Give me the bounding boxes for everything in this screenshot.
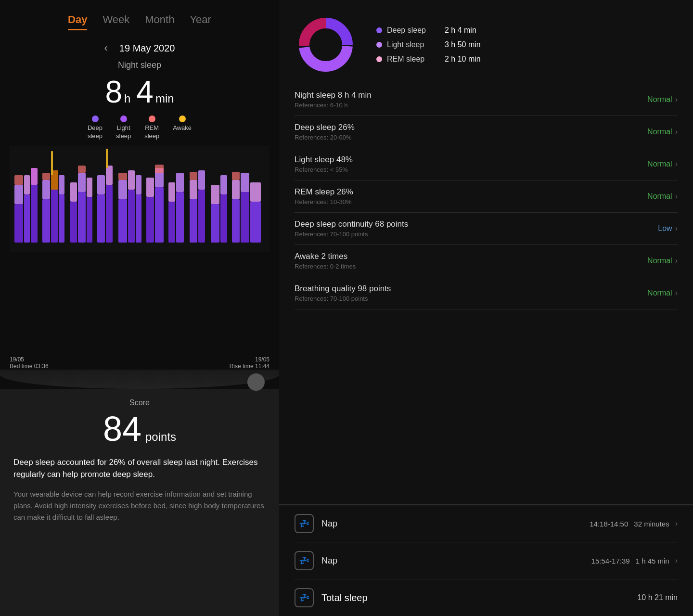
total-row: 💤 Total sleep 10 h 21 min — [295, 579, 678, 616]
right-panel: Deep sleep 2 h 4 min Light sleep 3 h 50 … — [279, 0, 693, 616]
sleep-hours: 8 — [105, 74, 122, 110]
chart-legend: Deepsleep Lightsleep REMsleep Awake — [0, 112, 279, 146]
rise-time-label: 19/05 Rise time 11:44 — [230, 356, 270, 370]
svg-rect-42 — [146, 178, 154, 197]
sleep-duration: 8 h 4 min — [0, 70, 279, 112]
rem-sleep-label: REMsleep — [144, 124, 159, 141]
svg-rect-46 — [190, 180, 197, 199]
metric-light-info: Light sleep 48% References: < 55% — [295, 155, 353, 173]
metric-breathing[interactable]: Breathing quality 98 points References: … — [295, 277, 678, 309]
continuity-status: Low — [658, 224, 672, 233]
metric-rem-sleep[interactable]: REM sleep 26% References: 10-30% Normal … — [295, 180, 678, 213]
nap-1-right: 14:18-14:50 32 minutes › — [590, 519, 678, 528]
metric-breathing-title: Breathing quality 98 points — [295, 284, 391, 294]
metric-light-status: Normal › — [647, 160, 678, 168]
metric-night-ref: References: 6-10 h — [295, 102, 372, 109]
nap-2-duration: 1 h 45 min — [636, 557, 669, 565]
nap-1-left: 💤 Nap — [295, 514, 337, 533]
svg-rect-36 — [97, 175, 105, 194]
metric-deep-continuity[interactable]: Deep sleep continuity 68 points Referenc… — [295, 213, 678, 245]
tab-day[interactable]: Day — [68, 13, 87, 30]
legend-deep-sleep: Deepsleep — [88, 116, 103, 141]
svg-rect-39 — [118, 180, 127, 199]
donut-svg — [295, 13, 357, 76]
light-sleep-status: Normal — [647, 160, 672, 168]
svg-rect-9 — [87, 197, 92, 243]
awake-dot — [179, 116, 186, 122]
metric-light-title: Light sleep 48% — [295, 155, 353, 165]
nap-row-1[interactable]: 💤 Nap 14:18-14:50 32 minutes › — [295, 505, 678, 542]
nap-row-2[interactable]: 💤 Nap 15:54-17:39 1 h 45 min › — [295, 542, 678, 579]
metric-light-sleep[interactable]: Light sleep 48% References: < 55% Normal… — [295, 148, 678, 180]
date-display: 19 May 2020 — [119, 43, 175, 54]
metric-awake-status: Normal › — [647, 257, 678, 265]
metric-continuity-title: Deep sleep continuity 68 points — [295, 219, 408, 229]
svg-rect-17 — [168, 202, 175, 243]
min-label: min — [155, 92, 174, 105]
metric-night-status: Normal › — [647, 95, 678, 104]
svg-rect-2 — [24, 194, 30, 243]
metric-deep-sleep[interactable]: Deep sleep 26% References: 20-60% Normal… — [295, 116, 678, 148]
tab-month[interactable]: Month — [145, 13, 174, 30]
tabs-container: Day Week Month Year — [0, 0, 279, 38]
svg-rect-59 — [232, 172, 240, 180]
nap-1-chevron: › — [675, 519, 678, 528]
metric-night-info: Night sleep 8 h 4 min References: 6-10 h — [295, 90, 372, 109]
metric-light-ref: References: < 55% — [295, 166, 353, 173]
metric-deep-status: Normal › — [647, 128, 678, 136]
metric-deep-title: Deep sleep 26% — [295, 123, 355, 132]
svg-rect-25 — [250, 202, 261, 243]
metric-rem-info: REM sleep 26% References: 10-30% — [295, 187, 353, 205]
bottom-section: Score 84 points Deep sleep accounted for… — [0, 389, 279, 616]
rem-sleep-status: Normal — [647, 192, 672, 201]
metric-breathing-status: Normal › — [647, 289, 678, 297]
donut-rem-dot — [376, 56, 382, 62]
nap-2-icon-symbol: 💤 — [299, 555, 309, 566]
awake-chevron: › — [675, 257, 678, 265]
prev-arrow[interactable]: ‹ — [104, 42, 108, 54]
metrics-list: Night sleep 8 h 4 min References: 6-10 h… — [279, 84, 693, 504]
nap-2-left: 💤 Nap — [295, 551, 337, 570]
total-sleep-label: Total sleep — [321, 592, 368, 603]
donut-light-label: Light sleep — [387, 40, 440, 49]
rise-date: 19/05 — [255, 356, 270, 363]
donut-light-value: 3 h 50 min — [445, 40, 481, 49]
svg-rect-41 — [136, 175, 141, 194]
donut-light-dot — [376, 42, 382, 48]
legend-rem-sleep: REMsleep — [144, 116, 159, 141]
deep-sleep-label: Deepsleep — [88, 124, 103, 141]
awake-status: Normal — [647, 257, 672, 265]
night-sleep-status: Normal — [647, 95, 672, 104]
svg-rect-40 — [128, 170, 135, 190]
metric-night-sleep[interactable]: Night sleep 8 h 4 min References: 6-10 h… — [295, 84, 678, 116]
score-label: Score — [13, 398, 266, 407]
nap-1-duration: 32 minutes — [634, 520, 669, 528]
tab-week[interactable]: Week — [103, 13, 129, 30]
light-sleep-chevron: › — [675, 160, 678, 168]
light-sleep-dot — [120, 116, 127, 122]
legend-awake: Awake — [173, 116, 192, 141]
svg-rect-21 — [211, 204, 219, 243]
svg-rect-3 — [31, 185, 38, 243]
metric-rem-title: REM sleep 26% — [295, 187, 353, 197]
nap-1-label: Nap — [321, 519, 337, 529]
scroll-indicator[interactable] — [247, 373, 265, 391]
svg-rect-51 — [241, 173, 249, 192]
svg-rect-13 — [128, 190, 135, 243]
tab-year[interactable]: Year — [190, 13, 211, 30]
svg-rect-44 — [168, 182, 175, 202]
svg-rect-24 — [241, 192, 249, 243]
donut-deep-value: 2 h 4 min — [445, 26, 476, 35]
svg-rect-4 — [42, 199, 50, 243]
svg-rect-10 — [97, 194, 105, 243]
svg-rect-8 — [78, 192, 86, 243]
deep-sleep-status: Normal — [647, 128, 672, 136]
nap-2-label: Nap — [321, 556, 337, 566]
metric-awake[interactable]: Awake 2 times References: 0-2 times Norm… — [295, 245, 678, 277]
awake-label: Awake — [173, 124, 192, 132]
donut-chart — [295, 13, 357, 76]
deep-sleep-dot — [92, 116, 99, 122]
metric-night-title: Night sleep 8 h 4 min — [295, 90, 372, 100]
svg-rect-38 — [106, 149, 108, 168]
legend-light-item: Light sleep 3 h 50 min — [376, 40, 481, 49]
